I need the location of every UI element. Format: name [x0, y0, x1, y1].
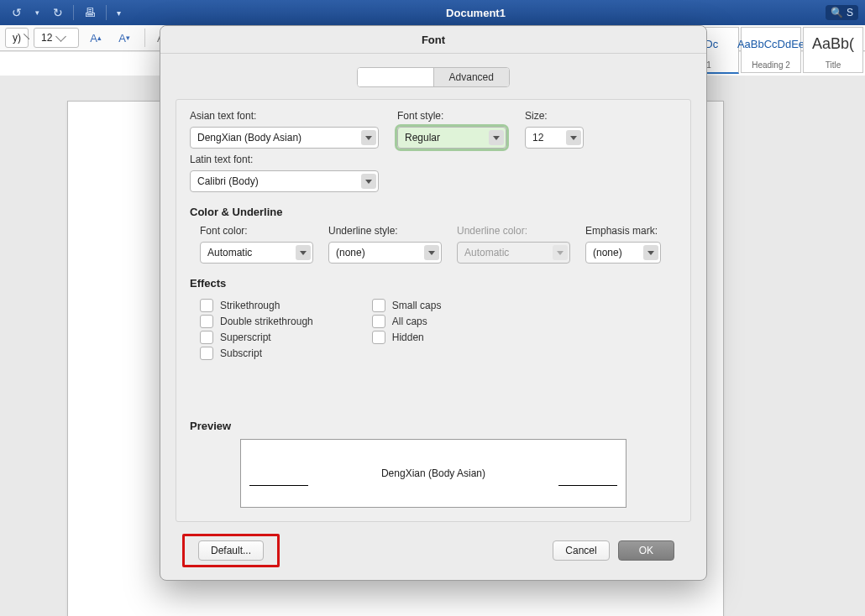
titlebar: ↺ ▾ ↻ 🖶 ▾ Document1 🔍 S — [0, 0, 865, 25]
font-color-combo[interactable]: Automatic — [200, 242, 313, 264]
font-size-value: 12 — [41, 32, 52, 44]
chevron-down-icon — [24, 34, 29, 39]
default-button-highlight: Default... — [182, 534, 280, 567]
undo-dropdown-icon[interactable]: ▾ — [30, 7, 45, 18]
double-strikethrough-checkbox[interactable]: Double strikethrough — [200, 315, 313, 328]
subscript-checkbox[interactable]: Subscript — [200, 347, 313, 360]
style-sample: AaBb( — [812, 28, 854, 60]
style-label: Title — [826, 60, 841, 70]
emphasis-mark-value: (none) — [593, 247, 622, 258]
superscript-checkbox[interactable]: Superscript — [200, 331, 313, 344]
default-button[interactable]: Default... — [198, 540, 264, 561]
chevron-down-icon — [553, 245, 568, 260]
style-label: Heading 2 — [752, 60, 790, 70]
asian-font-value: DengXian (Body Asian) — [197, 132, 301, 144]
size-combo[interactable]: 12 — [525, 127, 584, 149]
chevron-down-icon — [566, 130, 581, 145]
preview-box: DengXian (Body Asian) — [240, 439, 626, 508]
document-title: Document1 — [126, 7, 826, 19]
underline-color-label: Underline color: — [457, 225, 570, 237]
font-family-select[interactable]: y) — [5, 28, 29, 48]
dialog-tabs: Advanced — [357, 67, 510, 87]
cancel-button[interactable]: Cancel — [553, 540, 609, 561]
font-size-select[interactable]: 12 — [34, 28, 79, 48]
dialog-title: Font — [160, 26, 706, 54]
search-box[interactable]: 🔍 S — [826, 5, 858, 20]
tab-font[interactable] — [358, 68, 433, 86]
size-value: 12 — [532, 132, 543, 144]
preview-heading: Preview — [190, 420, 677, 432]
customize-qat-icon[interactable]: ▾ — [112, 7, 126, 19]
preview-text: DengXian (Body Asian) — [381, 467, 485, 479]
chevron-down-icon — [361, 130, 376, 145]
ok-button[interactable]: OK — [618, 540, 674, 561]
size-label: Size: — [525, 110, 584, 122]
undo-icon[interactable]: ↺ — [7, 4, 27, 21]
font-style-combo[interactable]: Regular — [397, 127, 506, 149]
underline-color-combo: Automatic — [457, 242, 570, 264]
tab-advanced[interactable]: Advanced — [433, 68, 510, 86]
search-placeholder: S — [847, 7, 853, 18]
increase-font-icon[interactable]: A▴ — [84, 29, 107, 47]
effects-heading: Effects — [190, 277, 677, 290]
search-icon: 🔍 — [831, 7, 843, 18]
emphasis-mark-label: Emphasis mark: — [585, 225, 661, 237]
style-label: 1 — [706, 60, 711, 70]
font-style-label: Font style: — [397, 110, 506, 122]
style-sample: AaBbCcDdEe — [737, 28, 805, 60]
font-color-value: Automatic — [207, 247, 252, 258]
decrease-font-icon[interactable]: A▾ — [113, 29, 136, 47]
emphasis-mark-combo[interactable]: (none) — [585, 242, 661, 264]
print-icon[interactable]: 🖶 — [79, 4, 101, 21]
latin-font-label: Latin text font: — [190, 154, 379, 165]
underline-color-value: Automatic — [464, 247, 509, 258]
chevron-down-icon — [55, 31, 66, 42]
redo-icon[interactable]: ↻ — [48, 4, 68, 21]
font-style-value: Regular — [405, 132, 440, 144]
chevron-down-icon — [424, 245, 439, 260]
hidden-checkbox[interactable]: Hidden — [372, 331, 442, 344]
chevron-down-icon — [643, 245, 658, 260]
strikethrough-checkbox[interactable]: Strikethrough — [200, 299, 313, 312]
style-card-title[interactable]: AaBb( Title — [803, 27, 863, 73]
chevron-down-icon — [489, 130, 504, 145]
latin-font-value: Calibri (Body) — [197, 175, 259, 187]
chevron-down-icon — [296, 245, 311, 260]
chevron-down-icon — [361, 174, 376, 189]
underline-style-label: Underline style: — [328, 225, 442, 237]
font-dialog: Font Advanced Asian text font: DengXian … — [160, 25, 707, 581]
font-panel: Asian text font: DengXian (Body Asian) F… — [176, 99, 691, 522]
asian-font-label: Asian text font: — [190, 110, 379, 122]
font-family-value: y) — [13, 32, 21, 44]
small-caps-checkbox[interactable]: Small caps — [372, 299, 442, 312]
font-color-label: Font color: — [200, 225, 313, 237]
underline-style-combo[interactable]: (none) — [328, 242, 442, 264]
all-caps-checkbox[interactable]: All caps — [372, 315, 442, 328]
underline-style-value: (none) — [336, 247, 365, 258]
style-card-heading2[interactable]: AaBbCcDdEe Heading 2 — [741, 27, 801, 73]
color-underline-heading: Color & Underline — [190, 206, 677, 218]
asian-font-combo[interactable]: DengXian (Body Asian) — [190, 127, 379, 149]
latin-font-combo[interactable]: Calibri (Body) — [190, 170, 379, 192]
